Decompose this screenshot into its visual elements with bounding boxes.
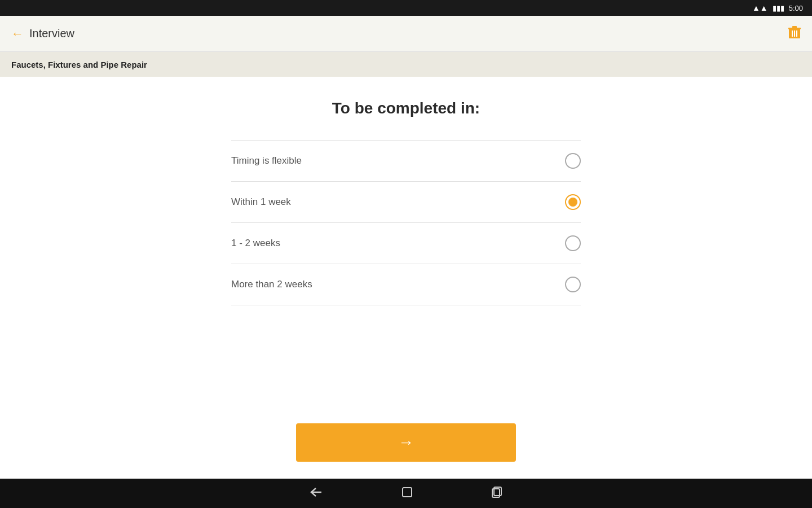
option-label-week1: Within 1 week [231, 196, 291, 208]
options-list: Timing is flexible Within 1 week 1 - 2 w… [231, 140, 581, 305]
status-time: 5:00 [789, 4, 803, 12]
next-arrow-icon: → [398, 433, 414, 452]
back-arrow-icon: ← [11, 27, 24, 41]
option-within-1-week[interactable]: Within 1 week [231, 182, 581, 223]
nav-title: Interview [29, 27, 74, 40]
svg-rect-2 [788, 28, 801, 29]
category-bar: Faucets, Fixtures and Pipe Repair [0, 52, 812, 77]
delete-button[interactable] [788, 25, 801, 43]
svg-rect-7 [403, 488, 412, 497]
option-label-weeks12: 1 - 2 weeks [231, 238, 280, 249]
main-content: To be completed in: Timing is flexible W… [0, 77, 812, 479]
option-more-than-2-weeks[interactable]: More than 2 weeks [231, 264, 581, 305]
android-recents-button[interactable] [492, 487, 502, 501]
next-button[interactable]: → [296, 423, 516, 462]
wifi-icon: ▲▲ [752, 3, 768, 12]
back-button[interactable]: ← Interview [11, 27, 74, 41]
option-1-2-weeks[interactable]: 1 - 2 weeks [231, 223, 581, 264]
android-nav [0, 479, 812, 508]
radio-flexible[interactable] [565, 153, 581, 169]
option-label-flexible: Timing is flexible [231, 155, 302, 167]
radio-week1[interactable] [565, 194, 581, 210]
question-title: To be completed in: [332, 99, 480, 117]
option-label-weeks2plus: More than 2 weeks [231, 279, 312, 290]
android-recents-icon [492, 487, 502, 498]
android-home-icon [401, 487, 413, 498]
bottom-area: → [296, 412, 516, 467]
android-home-button[interactable] [401, 487, 413, 501]
option-timing-flexible[interactable]: Timing is flexible [231, 140, 581, 182]
battery-icon: ▮▮▮ [773, 4, 784, 12]
category-title: Faucets, Fixtures and Pipe Repair [11, 60, 147, 69]
status-bar: ▲▲ ▮▮▮ 5:00 [0, 0, 812, 16]
android-back-icon [310, 487, 323, 497]
trash-icon [788, 25, 801, 40]
status-icons: ▲▲ ▮▮▮ 5:00 [752, 3, 803, 12]
top-nav: ← Interview [0, 16, 812, 52]
radio-weeks12[interactable] [565, 235, 581, 251]
android-back-button[interactable] [310, 487, 323, 500]
radio-weeks2plus[interactable] [565, 277, 581, 292]
